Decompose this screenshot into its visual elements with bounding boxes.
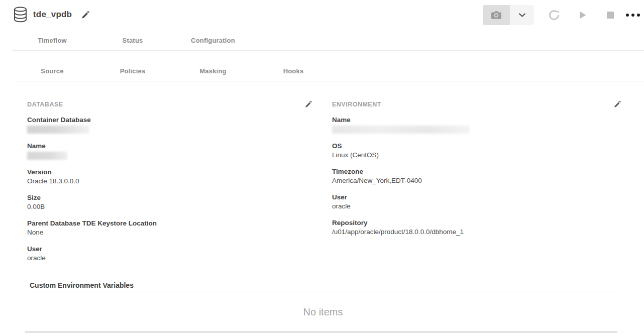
bottom-section-divider [25, 331, 617, 332]
field-repository: Repository /u01/app/oracle/product/18.0.… [332, 218, 621, 236]
field-value: Oracle 18.3.0.0.0 [27, 177, 312, 185]
start-button[interactable] [576, 9, 588, 21]
database-panel: DATABASE Container Database Name Version… [27, 101, 312, 270]
field-container-database: Container Database [27, 116, 312, 134]
field-label: Name [27, 142, 312, 150]
more-actions-button[interactable] [626, 14, 640, 17]
redacted-value [332, 126, 469, 134]
field-label: User [27, 245, 312, 253]
tab-timeflow[interactable]: Timeflow [12, 37, 92, 44]
subtabs-divider [13, 81, 644, 81]
redacted-value [27, 152, 67, 160]
field-env-user: User oracle [332, 193, 621, 210]
environment-panel: ENVIRONMENT Name OS Linux (CentOS) Timez… [332, 101, 621, 270]
app-header: tde_vpdb [0, 0, 644, 30]
edit-environment-pencil-icon[interactable] [613, 100, 621, 108]
camera-icon [490, 10, 502, 21]
tab-source[interactable]: Source [12, 67, 92, 75]
chevron-down-icon [518, 13, 526, 18]
field-label: OS [332, 142, 621, 150]
refresh-icon [547, 8, 561, 22]
field-timezone: Timezone America/New_York,EDT-0400 [332, 167, 621, 185]
field-label: User [332, 193, 621, 201]
edit-title-pencil-icon[interactable] [81, 11, 90, 20]
secondary-tabs: Source Policies Masking Hooks [0, 51, 644, 81]
stop-button[interactable] [607, 12, 614, 19]
play-icon [576, 9, 588, 21]
database-panel-heading: DATABASE [27, 101, 63, 108]
field-tde-keystore-location: Parent Database TDE Keystore Location No… [27, 219, 312, 237]
custom-env-vars-title: Custom Environment Variables [30, 280, 617, 290]
primary-tabs: Timeflow Status Configuration [0, 31, 644, 50]
field-label: Timezone [332, 167, 621, 176]
field-version: Version Oracle 18.3.0.0.0 [27, 168, 312, 185]
custom-env-vars-divider [29, 291, 617, 291]
snapshot-menu-button[interactable] [510, 5, 534, 25]
field-value: oracle [27, 254, 312, 262]
field-label: Container Database [27, 116, 312, 124]
field-label: Size [27, 193, 312, 202]
tab-configuration[interactable]: Configuration [173, 37, 253, 44]
field-value: oracle [332, 202, 621, 210]
custom-environment-variables-section: Custom Environment Variables No items [29, 280, 617, 318]
field-env-name: Name [332, 116, 621, 134]
field-label: Version [27, 168, 312, 176]
tab-masking[interactable]: Masking [173, 67, 253, 75]
field-value: None [27, 228, 312, 237]
field-value: Linux (CentOS) [332, 151, 621, 159]
field-label: Name [332, 116, 621, 124]
tab-status[interactable]: Status [92, 37, 173, 44]
configuration-panels: DATABASE Container Database Name Version… [27, 101, 621, 270]
field-value: 0.00B [27, 202, 312, 211]
field-value: /u01/app/oracle/product/18.0.0.0/dbhome_… [332, 228, 621, 236]
refresh-button[interactable] [547, 8, 562, 23]
field-db-user: User oracle [27, 245, 312, 262]
field-os: OS Linux (CentOS) [332, 142, 621, 159]
field-db-name: Name [27, 142, 312, 160]
ellipsis-icon [626, 14, 629, 17]
database-cylinder-icon [14, 7, 27, 23]
tab-hooks[interactable]: Hooks [253, 67, 334, 75]
field-value: America/New_York,EDT-0400 [332, 176, 621, 185]
field-label: Parent Database TDE Keystore Location [27, 219, 312, 228]
page-title: tde_vpdb [33, 10, 72, 20]
redacted-value [27, 126, 89, 134]
tab-policies[interactable]: Policies [92, 67, 173, 75]
field-size: Size 0.00B [27, 193, 312, 211]
snapshot-button[interactable] [483, 5, 510, 25]
environment-panel-heading: ENVIRONMENT [332, 101, 381, 108]
edit-database-pencil-icon[interactable] [304, 100, 312, 108]
field-label: Repository [332, 218, 621, 227]
snapshot-split-button[interactable] [483, 5, 534, 25]
empty-state-text: No items [29, 306, 617, 318]
